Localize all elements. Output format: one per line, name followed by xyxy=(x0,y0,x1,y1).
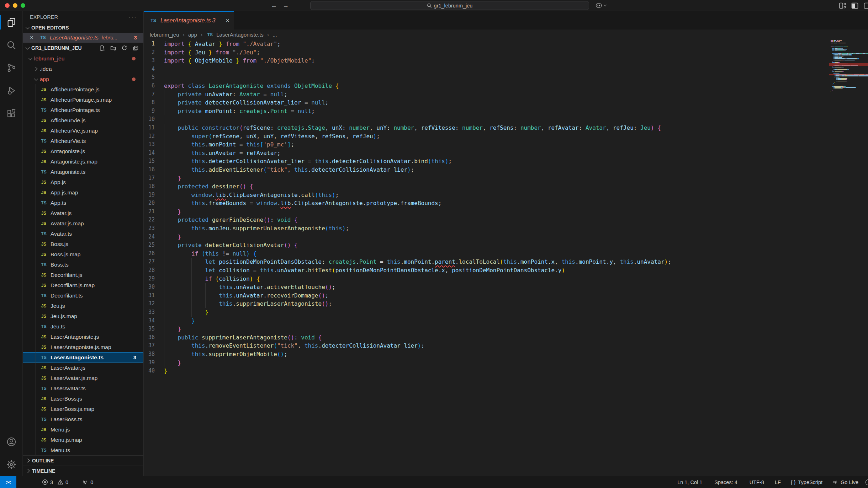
account-button[interactable] xyxy=(0,430,23,453)
code-line-37[interactable]: 37this.removeEventListener("tick", this.… xyxy=(144,342,829,350)
code-line-24[interactable]: 24} xyxy=(144,233,829,241)
code-line-40[interactable]: 40} xyxy=(144,367,829,375)
tree-file-AfficheurPointage.ts[interactable]: TSAfficheurPointage.ts xyxy=(23,105,143,115)
tree-file-Decorfilant.js.map[interactable]: JSDecorfilant.js.map xyxy=(23,280,143,290)
tree-file-AfficheurPointage.js.map[interactable]: JSAfficheurPointage.js.map xyxy=(23,95,143,105)
breadcrumb-item[interactable]: app xyxy=(188,32,197,38)
code-line-5[interactable]: 5 xyxy=(144,73,829,82)
tree-file-Decorfilant.ts[interactable]: TSDecorfilant.ts xyxy=(23,290,143,301)
outline-section-header[interactable]: OUTLINE xyxy=(23,455,143,466)
code-line-33[interactable]: 33} xyxy=(144,308,829,317)
tree-file-Menu.js[interactable]: JSMenu.js xyxy=(23,424,143,435)
code-line-28[interactable]: 28let collision = this.unAvatar.hitTest(… xyxy=(144,266,829,275)
cursor-position[interactable]: Ln 1, Col 1 xyxy=(674,479,706,485)
code-line-26[interactable]: 26if (this != null) { xyxy=(144,250,829,258)
code-line-21[interactable]: 21} xyxy=(144,208,829,216)
tree-file-Boss.js.map[interactable]: JSBoss.js.map xyxy=(23,249,143,259)
code-line-4[interactable]: 4 xyxy=(144,65,829,74)
close-icon[interactable]: × xyxy=(30,34,39,41)
problems-status[interactable]: 3 0 xyxy=(38,476,72,488)
code-line-35[interactable]: 35} xyxy=(144,325,829,333)
activity-extensions[interactable] xyxy=(0,102,23,125)
remote-indicator[interactable]: >< xyxy=(0,476,16,488)
tree-file-AfficheurVie.js.map[interactable]: JSAfficheurVie.js.map xyxy=(23,125,143,136)
code-line-9[interactable]: 9private monPoint: createjs.Point = null… xyxy=(144,107,829,116)
code-line-29[interactable]: 29if (collision) { xyxy=(144,275,829,283)
maximize-window-button[interactable] xyxy=(21,3,25,8)
activity-search[interactable] xyxy=(0,34,23,57)
code-line-2[interactable]: 2import { Jeu } from "./Jeu"; xyxy=(144,48,829,57)
code-line-31[interactable]: 31this.unAvatar.recevoirDommage(); xyxy=(144,291,829,300)
go-live-button[interactable]: Go Live xyxy=(829,479,862,485)
toggle-sidebar-button[interactable] xyxy=(850,1,859,10)
tree-file-Avatar.ts[interactable]: TSAvatar.ts xyxy=(23,229,143,239)
close-window-button[interactable] xyxy=(5,3,10,8)
code-line-1[interactable]: 1import { Avatar } from "./Avatar"; xyxy=(144,40,829,48)
back-icon[interactable]: ← xyxy=(271,1,277,10)
minimap[interactable] xyxy=(829,40,868,476)
code-line-14[interactable]: 14this.unAvatar = refAvatar; xyxy=(144,149,829,157)
tree-file-AfficheurVie.js[interactable]: JSAfficheurVie.js xyxy=(23,115,143,125)
code-line-6[interactable]: 6export class LaserAntagoniste extends O… xyxy=(144,82,829,90)
code-line-12[interactable]: 12super(refScene, unX, unY, refVitesse, … xyxy=(144,132,829,141)
tree-file-App.js.map[interactable]: JSApp.js.map xyxy=(23,187,143,198)
tree-file-LaserAntagoniste.js[interactable]: JSLaserAntagoniste.js xyxy=(23,332,143,342)
clipped-status-item[interactable] xyxy=(862,479,868,485)
tab-laserantagoniste[interactable]: TS LaserAntagoniste.ts 3 × xyxy=(144,11,234,30)
forward-icon[interactable]: → xyxy=(283,1,289,10)
tree-file-Boss.js[interactable]: JSBoss.js xyxy=(23,239,143,249)
new-file-button[interactable] xyxy=(99,45,105,51)
code-line-32[interactable]: 32this.supprimerLaserAntagoniste(); xyxy=(144,300,829,308)
tree-folder-app[interactable]: app xyxy=(23,74,143,84)
settings-button[interactable] xyxy=(0,453,23,476)
copilot-menu[interactable] xyxy=(595,1,606,9)
encoding-status[interactable]: UTF-8 xyxy=(746,479,768,485)
code-line-10[interactable]: 10 xyxy=(144,115,829,124)
language-mode[interactable]: { } TypeScript xyxy=(787,479,826,485)
activity-source-control[interactable] xyxy=(0,57,23,79)
code-line-16[interactable]: 16this.addEventListener("tick", this.det… xyxy=(144,166,829,174)
refresh-button[interactable] xyxy=(121,45,127,51)
code-line-18[interactable]: 18protected dessiner() { xyxy=(144,182,829,191)
customize-layout-button[interactable] xyxy=(838,1,847,10)
code-line-25[interactable]: 25private detecterCollisionAvatar() { xyxy=(144,241,829,250)
code-line-30[interactable]: 30this.unAvatar.activerEtatTouche(); xyxy=(144,283,829,291)
code-area[interactable]: 1import { Avatar } from "./Avatar";2impo… xyxy=(144,40,868,476)
timeline-section-header[interactable]: TIMELINE xyxy=(23,466,143,476)
code-line-39[interactable]: 39} xyxy=(144,359,829,367)
breadcrumb-item[interactable]: lebrunm_jeu xyxy=(150,32,179,38)
tree-file-Antagoniste.js.map[interactable]: JSAntagoniste.js.map xyxy=(23,156,143,167)
tree-file-Menu.js.map[interactable]: JSMenu.js.map xyxy=(23,435,143,445)
code-line-3[interactable]: 3import { ObjetMobile } from "./ObjetMob… xyxy=(144,57,829,65)
tree-file-LaserBoss.js.map[interactable]: JSLaserBoss.js.map xyxy=(23,404,143,414)
open-editors-header[interactable]: OPEN EDITORS xyxy=(23,23,143,33)
project-root-header[interactable]: GR1_LEBRUNM_JEU xyxy=(23,43,143,53)
tree-file-LaserBoss.ts[interactable]: TSLaserBoss.ts xyxy=(23,414,143,424)
tree-file-Avatar.js[interactable]: JSAvatar.js xyxy=(23,208,143,218)
eol-status[interactable]: LF xyxy=(771,479,784,485)
code-line-36[interactable]: 36public supprimerLaserAntagoniste(): vo… xyxy=(144,333,829,342)
minimize-window-button[interactable] xyxy=(13,3,17,8)
command-center-search[interactable]: gr1_lebrunm_jeu xyxy=(310,1,589,10)
tree-file-App.ts[interactable]: TSApp.ts xyxy=(23,198,143,208)
code-line-19[interactable]: 19window.lib.ClipLaserAntagoniste.call(t… xyxy=(144,191,829,199)
code-line-34[interactable]: 34} xyxy=(144,317,829,325)
code-line-38[interactable]: 38this.supprimerObjetMobile(); xyxy=(144,350,829,359)
tree-file-Antagoniste.ts[interactable]: TSAntagoniste.ts xyxy=(23,167,143,177)
code-line-7[interactable]: 7private unAvatar: Avatar = null; xyxy=(144,90,829,99)
ports-status[interactable]: 0 xyxy=(78,476,97,488)
activity-run-debug[interactable] xyxy=(0,79,23,102)
tree-folder-.idea[interactable]: .idea xyxy=(23,64,143,74)
tree-file-Jeu.js[interactable]: JSJeu.js xyxy=(23,301,143,311)
activity-explorer[interactable] xyxy=(0,11,23,34)
tree-folder-lebrunm_jeu[interactable]: lebrunm_jeu xyxy=(23,53,143,64)
close-tab-icon[interactable]: × xyxy=(226,17,229,25)
code-line-20[interactable]: 20this.frameBounds = window.lib.ClipLase… xyxy=(144,199,829,208)
tree-file-LaserBoss.js[interactable]: JSLaserBoss.js xyxy=(23,393,143,404)
code-line-17[interactable]: 17} xyxy=(144,174,829,183)
code-line-15[interactable]: 15this.detecterCollisionAvatar_lier = th… xyxy=(144,157,829,166)
tree-file-Jeu.js.map[interactable]: JSJeu.js.map xyxy=(23,311,143,321)
indentation-status[interactable]: Spaces: 4 xyxy=(711,479,741,485)
code-line-11[interactable]: 11public constructor(refScene: createjs.… xyxy=(144,124,829,132)
tree-file-Boss.ts[interactable]: TSBoss.ts xyxy=(23,259,143,270)
